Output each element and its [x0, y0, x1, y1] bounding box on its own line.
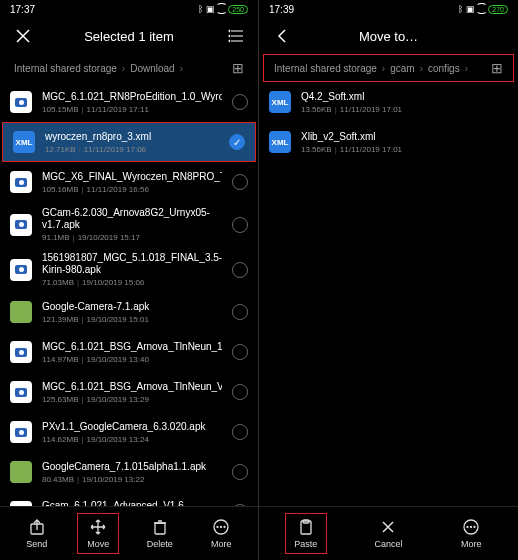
file-icon: XML: [269, 131, 291, 153]
select-radio[interactable]: [232, 174, 248, 190]
page-title: Move to…: [303, 29, 474, 44]
file-row[interactable]: GCam-6.2.030_Arnova8G2_Urnyx05-v1.7.apk9…: [0, 202, 258, 247]
header: Move to…: [259, 18, 518, 54]
file-row[interactable]: XMLwyroczen_rn8pro_3.xml12.71KB|11/11/20…: [2, 122, 256, 162]
cancel-button[interactable]: Cancel: [366, 514, 410, 553]
file-text: MGC_6.1.021_BSG_Arnova_TlnNeun_V1.3.0301…: [42, 381, 222, 404]
status-icons: ᛒ ▣ ⁐ 270: [458, 4, 508, 14]
breadcrumb[interactable]: Internal shared storage› Download› ⊞: [0, 54, 258, 82]
file-text: PXv1.1_GoogleCamera_6.3.020.apk114.62MB|…: [42, 421, 222, 444]
crumb[interactable]: Download: [130, 63, 174, 74]
file-row[interactable]: PXv1.1_GoogleCamera_6.3.020.apk114.62MB|…: [0, 412, 258, 452]
send-button[interactable]: Send: [16, 514, 58, 553]
select-radio[interactable]: [232, 217, 248, 233]
file-meta: 121.39MB|19/10/2019 15:01: [42, 315, 222, 324]
file-row[interactable]: MGC_6.1.021_RN8ProEdition_1.0_Wyroczen_S…: [0, 82, 258, 122]
file-icon: XML: [269, 91, 291, 113]
status-bar: 17:39 ᛒ ▣ ⁐ 270: [259, 0, 518, 18]
select-radio[interactable]: [232, 464, 248, 480]
list-icon[interactable]: [226, 29, 244, 43]
file-name: MGC_6.1.021_RN8ProEdition_1.0_Wyroczen_S…: [42, 91, 222, 103]
breadcrumb[interactable]: Internal shared storage› gcam› configs› …: [263, 54, 514, 82]
close-icon[interactable]: [14, 29, 32, 43]
action-label: Cancel: [374, 539, 402, 549]
grid-view-icon[interactable]: ⊞: [491, 60, 503, 76]
file-row[interactable]: 1561981807_MGC_5.1.018_FINAL_3.5-Kirin-9…: [0, 247, 258, 292]
file-meta: 114.62MB|19/10/2019 13:24: [42, 435, 222, 444]
crumb[interactable]: gcam: [390, 63, 414, 74]
select-radio[interactable]: [229, 134, 245, 150]
file-row[interactable]: MGC_6.1.021_BSG_Arnova_TlnNeun_1.2_test_…: [0, 332, 258, 372]
svg-point-10: [471, 527, 472, 528]
time: 17:39: [269, 4, 294, 15]
time: 17:37: [10, 4, 35, 15]
select-radio[interactable]: [232, 262, 248, 278]
svg-rect-1: [155, 523, 165, 534]
file-icon: XML: [13, 131, 35, 153]
bottom-bar: SendMoveDeleteMore: [0, 506, 258, 560]
file-text: wyroczen_rn8pro_3.xml12.71KB|11/11/2019 …: [45, 131, 219, 154]
file-name: MGC_X6_FINAL_Wyroczen_RN8PRO_TEST4.apk: [42, 171, 222, 183]
left-screen: 17:37 ᛒ ▣ ⁐ 250 Selected 1 item Internal…: [0, 0, 259, 560]
file-row[interactable]: GoogleCamera_7.1.015alpha1.1.apk80.43MB|…: [0, 452, 258, 492]
file-meta: 13.56KB|11/11/2019 17:01: [301, 105, 508, 114]
file-row[interactable]: XMLXlib_v2_Soft.xml13.56KB|11/11/2019 17…: [259, 122, 518, 162]
crumb[interactable]: Internal shared storage: [274, 63, 377, 74]
battery-icon: 250: [228, 5, 248, 14]
file-row[interactable]: MGC_6.1.021_BSG_Arnova_TlnNeun_V1.3.0301…: [0, 372, 258, 412]
paste-button[interactable]: Paste: [285, 513, 327, 554]
file-meta: 80.43MB|19/10/2019 13:22: [42, 475, 222, 484]
file-icon: [10, 501, 32, 506]
select-radio[interactable]: [232, 94, 248, 110]
file-icon: [10, 214, 32, 236]
action-label: Delete: [147, 539, 173, 549]
status-icons: ᛒ ▣ ⁐ 250: [198, 4, 248, 14]
file-name: MGC_6.1.021_BSG_Arnova_TlnNeun_1.2_test_…: [42, 341, 222, 353]
move-button[interactable]: Move: [77, 513, 119, 554]
select-radio[interactable]: [232, 344, 248, 360]
file-meta: 125.63MB|19/10/2019 13:29: [42, 395, 222, 404]
file-list: XMLQ4.2_Soft.xml13.56KB|11/11/2019 17:01…: [259, 82, 518, 506]
file-name: Xlib_v2_Soft.xml: [301, 131, 508, 143]
file-row[interactable]: Gcam_6.1.021_Advanced_V1.6-Fu24_5Lens-01…: [0, 492, 258, 506]
more-button[interactable]: More: [450, 514, 492, 553]
svg-point-9: [467, 527, 468, 528]
file-icon: [10, 259, 32, 281]
back-icon[interactable]: [273, 29, 291, 43]
action-label: More: [211, 539, 232, 549]
crumb[interactable]: Internal shared storage: [14, 63, 117, 74]
select-radio[interactable]: [232, 424, 248, 440]
crumb[interactable]: configs: [428, 63, 460, 74]
file-meta: 12.71KB|11/11/2019 17:06: [45, 145, 219, 154]
svg-point-4: [221, 527, 222, 528]
file-text: Xlib_v2_Soft.xml13.56KB|11/11/2019 17:01: [301, 131, 508, 154]
file-row[interactable]: Google-Camera-7.1.apk121.39MB|19/10/2019…: [0, 292, 258, 332]
file-icon: [10, 381, 32, 403]
grid-view-icon[interactable]: ⊞: [232, 60, 244, 76]
file-row[interactable]: MGC_X6_FINAL_Wyroczen_RN8PRO_TEST4.apk10…: [0, 162, 258, 202]
file-row[interactable]: XMLQ4.2_Soft.xml13.56KB|11/11/2019 17:01: [259, 82, 518, 122]
file-name: wyroczen_rn8pro_3.xml: [45, 131, 219, 143]
file-name: Q4.2_Soft.xml: [301, 91, 508, 103]
file-list: MGC_6.1.021_RN8ProEdition_1.0_Wyroczen_S…: [0, 82, 258, 506]
file-text: MGC_6.1.021_RN8ProEdition_1.0_Wyroczen_S…: [42, 91, 222, 114]
file-text: MGC_X6_FINAL_Wyroczen_RN8PRO_TEST4.apk10…: [42, 171, 222, 194]
cast-icon: ▣: [206, 4, 215, 14]
file-name: PXv1.1_GoogleCamera_6.3.020.apk: [42, 421, 222, 433]
select-radio[interactable]: [232, 384, 248, 400]
file-text: 1561981807_MGC_5.1.018_FINAL_3.5-Kirin-9…: [42, 252, 222, 287]
battery-icon: 270: [488, 5, 508, 14]
delete-button[interactable]: Delete: [139, 514, 181, 553]
file-name: GCam-6.2.030_Arnova8G2_Urnyx05-v1.7.apk: [42, 207, 222, 231]
select-radio[interactable]: [232, 304, 248, 320]
status-bar: 17:37 ᛒ ▣ ⁐ 250: [0, 0, 258, 18]
file-text: Q4.2_Soft.xml13.56KB|11/11/2019 17:01: [301, 91, 508, 114]
file-meta: 71.03MB|19/10/2019 15:06: [42, 278, 222, 287]
file-text: GCam-6.2.030_Arnova8G2_Urnyx05-v1.7.apk9…: [42, 207, 222, 242]
file-name: Google-Camera-7.1.apk: [42, 301, 222, 313]
file-meta: 13.56KB|11/11/2019 17:01: [301, 145, 508, 154]
file-icon: [10, 461, 32, 483]
bluetooth-icon: ᛒ: [458, 4, 463, 14]
file-meta: 105.16MB|11/11/2019 16:56: [42, 185, 222, 194]
more-button[interactable]: More: [200, 514, 242, 553]
